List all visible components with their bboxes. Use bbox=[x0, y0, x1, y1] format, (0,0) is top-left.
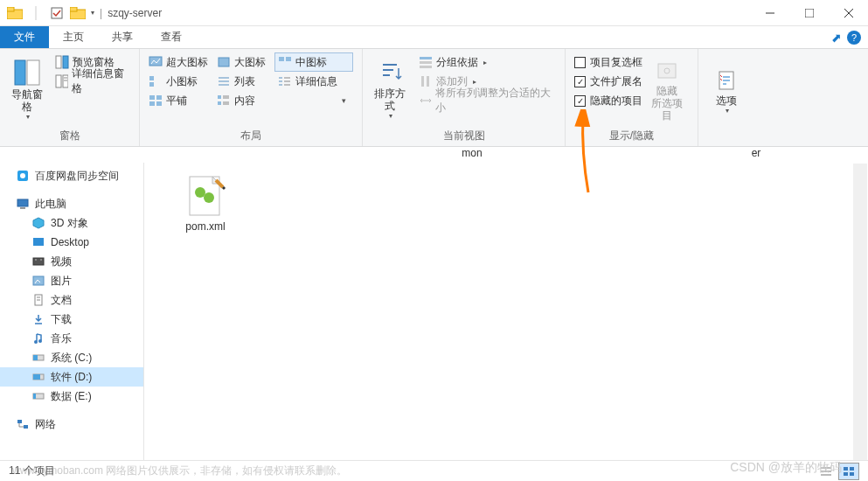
svg-rect-29 bbox=[218, 95, 221, 99]
svg-point-79 bbox=[204, 192, 214, 203]
nav-pane-label: 导航窗格 bbox=[7, 88, 46, 113]
svg-rect-1 bbox=[7, 7, 14, 11]
svg-point-55 bbox=[20, 173, 25, 178]
nav-drive-e[interactable]: 数据 (E:) bbox=[0, 387, 143, 406]
small-icons-button[interactable]: 小图标 bbox=[145, 72, 213, 91]
qat-separator bbox=[26, 3, 45, 23]
svg-rect-84 bbox=[850, 467, 854, 471]
tab-home[interactable]: 主页 bbox=[49, 26, 98, 48]
details-pane-button[interactable]: 详细信息窗格 bbox=[52, 72, 134, 91]
qat-dropdown[interactable]: ▾ bbox=[91, 9, 94, 17]
svg-rect-14 bbox=[56, 75, 61, 87]
sort-by-button[interactable]: 排序方式 ▾ bbox=[368, 52, 412, 127]
titlebar: ▾ | szqy-server bbox=[0, 0, 868, 26]
svg-rect-59 bbox=[33, 258, 44, 265]
group-show-hide-label: 显示/隐藏 bbox=[566, 127, 698, 146]
group-by-button[interactable]: 分组依据▸ bbox=[415, 52, 559, 72]
nav-3d[interactable]: 3D 对象 bbox=[0, 213, 143, 233]
main-area: 百度网盘同步空间 此电脑 3D 对象 Desktop 视频 图片 文档 下载 音… bbox=[0, 163, 868, 461]
list-button[interactable]: 列表 bbox=[213, 72, 274, 91]
svg-rect-7 bbox=[805, 9, 814, 17]
svg-rect-13 bbox=[63, 56, 68, 68]
svg-rect-25 bbox=[219, 58, 229, 66]
svg-rect-32 bbox=[218, 101, 221, 105]
checkbox-icon: ✓ bbox=[574, 95, 586, 107]
svg-rect-47 bbox=[420, 61, 432, 64]
svg-point-67 bbox=[34, 340, 38, 344]
file-item[interactable]: pom.xml bbox=[170, 175, 240, 233]
nav-pane-button[interactable]: 导航窗格 ▾ bbox=[5, 52, 48, 127]
quick-access-toolbar: ▾ bbox=[0, 3, 94, 23]
help-icon[interactable]: ? bbox=[847, 31, 861, 45]
svg-rect-36 bbox=[286, 57, 291, 61]
minimize-ribbon-icon[interactable]: ⬈ bbox=[831, 31, 842, 45]
svg-rect-70 bbox=[33, 355, 38, 360]
tab-file[interactable]: 文件 bbox=[0, 26, 49, 48]
details-view-button[interactable]: 详细信息 bbox=[274, 72, 353, 91]
folder-icon bbox=[5, 3, 24, 23]
nav-pictures[interactable]: 图片 bbox=[0, 271, 143, 290]
checkbox-icon: ✓ bbox=[574, 76, 586, 87]
nav-drive-c[interactable]: 系统 (C:) bbox=[0, 348, 143, 367]
content-button[interactable]: 内容 bbox=[213, 91, 274, 110]
extra-large-icons-button[interactable]: 超大图标 bbox=[145, 52, 213, 72]
content-area[interactable]: pom.xml bbox=[144, 163, 868, 461]
details-pane-label: 详细信息窗格 bbox=[72, 66, 130, 96]
group-current-view-label: 当前视图 bbox=[363, 127, 565, 146]
nav-baidu[interactable]: 百度网盘同步空间 bbox=[0, 166, 143, 185]
group-options: 选项 ▾ bbox=[698, 49, 868, 146]
svg-rect-83 bbox=[844, 467, 848, 471]
item-count: 11 个项目 bbox=[9, 464, 55, 478]
item-checkboxes-toggle[interactable]: 项目复选框 bbox=[571, 52, 646, 72]
window-controls bbox=[750, 0, 868, 26]
watermark-csdn: CSDN @放羊的牧码 bbox=[730, 460, 842, 476]
options-button[interactable]: 选项 ▾ bbox=[704, 52, 749, 129]
large-icons-button[interactable]: 大图标 bbox=[213, 52, 274, 72]
nav-desktop[interactable]: Desktop bbox=[0, 233, 143, 252]
file-label: pom.xml bbox=[185, 220, 225, 233]
svg-rect-49 bbox=[421, 76, 424, 87]
svg-rect-56 bbox=[17, 199, 28, 206]
layout-more[interactable]: ▾ bbox=[274, 91, 350, 110]
svg-rect-5 bbox=[70, 7, 77, 11]
properties-icon[interactable] bbox=[47, 3, 66, 23]
svg-rect-85 bbox=[844, 472, 848, 476]
size-columns-button[interactable]: 将所有列调整为合适的大小 bbox=[415, 91, 559, 110]
svg-rect-74 bbox=[33, 394, 36, 399]
svg-point-61 bbox=[40, 259, 42, 261]
medium-icons-button[interactable]: 中图标 bbox=[274, 52, 353, 72]
cropped-text-row: mon er bbox=[0, 147, 868, 163]
folder-icon-2[interactable] bbox=[68, 3, 87, 23]
tiles-button[interactable]: 平铺 bbox=[145, 91, 213, 110]
nav-videos[interactable]: 视频 bbox=[0, 252, 143, 271]
svg-rect-18 bbox=[149, 57, 162, 66]
svg-rect-75 bbox=[17, 420, 22, 423]
svg-rect-48 bbox=[420, 66, 432, 68]
hidden-items-toggle[interactable]: ✓隐藏的项目 bbox=[571, 91, 646, 110]
nav-drive-d[interactable]: 软件 (D:) bbox=[0, 367, 143, 387]
minimize-button[interactable] bbox=[750, 0, 789, 26]
svg-rect-22 bbox=[156, 95, 162, 100]
group-layout: 超大图标 小图标 平铺 大图标 列表 内容 中图标 详细信息 ▾ 布局 bbox=[140, 49, 363, 146]
nav-this-pc[interactable]: 此电脑 bbox=[0, 194, 143, 213]
checkbox-icon bbox=[574, 57, 586, 68]
maximize-button[interactable] bbox=[789, 0, 829, 26]
nav-music[interactable]: 音乐 bbox=[0, 329, 143, 348]
ribbon-tabs: 文件 主页 共享 查看 ⬈ ? bbox=[0, 26, 868, 49]
svg-rect-35 bbox=[279, 57, 284, 61]
close-button[interactable] bbox=[829, 0, 868, 26]
nav-pane: 百度网盘同步空间 此电脑 3D 对象 Desktop 视频 图片 文档 下载 音… bbox=[0, 163, 144, 461]
sort-by-label: 排序方式 bbox=[370, 87, 410, 112]
scrollbar[interactable] bbox=[853, 164, 867, 461]
file-ext-toggle[interactable]: ✓文件扩展名 bbox=[571, 72, 646, 91]
nav-network[interactable]: 网络 bbox=[0, 415, 143, 434]
title-separator: | bbox=[100, 7, 102, 19]
svg-rect-20 bbox=[149, 82, 154, 87]
svg-rect-11 bbox=[27, 60, 39, 85]
svg-point-68 bbox=[38, 339, 42, 343]
tab-share[interactable]: 共享 bbox=[98, 26, 147, 48]
nav-documents[interactable]: 文档 bbox=[0, 290, 143, 310]
nav-downloads[interactable]: 下载 bbox=[0, 310, 143, 329]
tab-view[interactable]: 查看 bbox=[147, 26, 196, 48]
hide-selected-button[interactable]: 隐藏 所选项目 bbox=[646, 52, 688, 127]
